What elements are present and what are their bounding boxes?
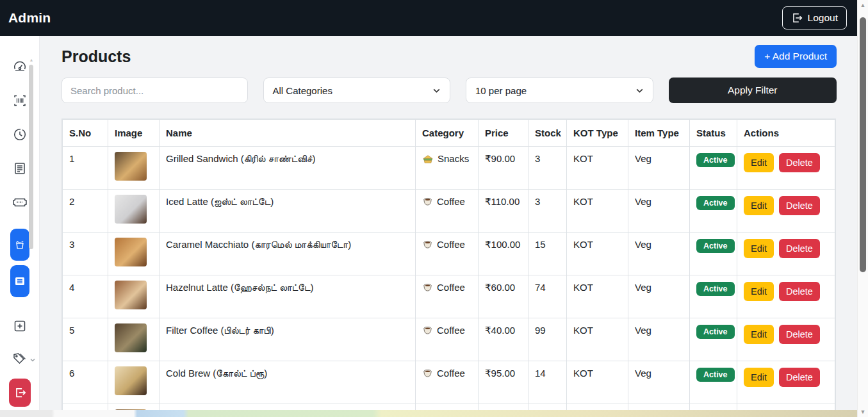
category-select[interactable]: All Categories: [263, 78, 451, 103]
cell-kot-type: KOT: [567, 361, 628, 404]
delete-button[interactable]: Delete: [779, 368, 820, 387]
status-badge: Active: [696, 153, 735, 167]
coffee-cup-icon: [422, 282, 433, 293]
edit-button[interactable]: Edit: [744, 239, 774, 258]
scroll-thumb[interactable]: [860, 17, 866, 272]
table-row: 1Grilled Sandwich (கிரில் சாண்ட்விச்)Sna…: [63, 147, 835, 190]
cell-image: [108, 147, 160, 190]
column-header-item-type: Item Type: [628, 120, 690, 147]
sidebar-item-logout[interactable]: [9, 379, 31, 407]
products-table-wrap: S.NoImageNameCategoryPriceStockKOT TypeI…: [61, 119, 836, 417]
cell-actions: EditDelete: [737, 147, 835, 190]
edit-button[interactable]: Edit: [744, 196, 774, 215]
cell-image: [108, 190, 160, 233]
table-header-row: S.NoImageNameCategoryPriceStockKOT TypeI…: [63, 120, 835, 147]
cell-name: Filter Coffee (பில்டர் காபி): [160, 318, 416, 361]
column-header-price: Price: [479, 120, 528, 147]
sidebar-scroll-thumb[interactable]: [29, 65, 33, 249]
cell-sno: 1: [63, 147, 108, 190]
coffee-cup-icon: [422, 196, 433, 207]
cell-actions: EditDelete: [737, 318, 835, 361]
sidebar-item-barcode-scan[interactable]: [12, 93, 28, 108]
cell-item-type: Veg: [628, 361, 690, 404]
sidebar-item-menu[interactable]: [10, 265, 29, 297]
cell-status: Active: [690, 361, 737, 404]
cell-sno: 5: [63, 318, 108, 361]
sidebar: ▲: [0, 36, 40, 417]
search-input[interactable]: [61, 78, 248, 103]
status-badge: Active: [696, 239, 735, 253]
sidebar-item-products[interactable]: [10, 229, 29, 261]
chevron-down-icon: [432, 86, 441, 95]
cell-name: Iced Latte (ஐஸ்ட் லாட்டே): [160, 190, 416, 233]
ticket-icon: [12, 195, 28, 209]
cell-category: Coffee: [416, 275, 479, 318]
cell-kot-type: KOT: [567, 233, 628, 275]
table-row: 4Hazelnut Latte (ஹேசல்நட் லாட்டே)Coffee₹…: [63, 275, 835, 318]
delete-button[interactable]: Delete: [779, 282, 820, 301]
per-page-select[interactable]: 10 per page: [466, 78, 653, 103]
cell-item-type: Veg: [628, 190, 690, 233]
cell-image: [108, 318, 160, 361]
sidebar-item-orders[interactable]: [12, 161, 28, 176]
products-table: S.NoImageNameCategoryPriceStockKOT TypeI…: [62, 119, 835, 417]
status-badge: Active: [696, 282, 735, 296]
sidebar-item-dashboard[interactable]: [12, 59, 28, 74]
sidebar-scroll-up-icon[interactable]: ▲: [29, 58, 34, 63]
sidebar-scrollbar[interactable]: ▲: [29, 58, 34, 255]
sidebar-item-add-new[interactable]: [12, 318, 28, 334]
cell-stock: 15: [528, 233, 567, 275]
delete-button[interactable]: Delete: [779, 153, 820, 172]
category-label: Coffee: [437, 368, 465, 379]
cell-price: ₹110.00: [479, 190, 528, 233]
per-page-select-value: 10 per page: [475, 85, 527, 96]
sidebar-item-tags[interactable]: [12, 352, 28, 366]
cell-actions: EditDelete: [737, 233, 835, 275]
sidebar-item-coupons[interactable]: [12, 195, 28, 210]
edit-button[interactable]: Edit: [744, 325, 774, 344]
tags-icon: [12, 352, 28, 366]
scroll-up-icon[interactable]: ▲: [858, 2, 868, 8]
speedometer-icon: [12, 59, 28, 74]
scroll-down-icon[interactable]: ▼: [858, 409, 868, 415]
delete-button[interactable]: Delete: [779, 239, 820, 258]
sandwich-icon: [422, 154, 434, 164]
delete-button[interactable]: Delete: [779, 196, 820, 215]
product-image: [115, 281, 147, 309]
page-scrollbar[interactable]: ▲ ▼: [857, 0, 868, 417]
edit-button[interactable]: Edit: [744, 368, 774, 387]
column-header-actions: Actions: [737, 120, 835, 147]
edit-button[interactable]: Edit: [744, 153, 774, 172]
apply-filter-button[interactable]: Apply Filter: [669, 78, 837, 103]
coffee-cup-icon: [422, 239, 433, 250]
cell-category: Coffee: [416, 318, 479, 361]
status-badge: Active: [696, 325, 735, 339]
barcode-icon: [12, 93, 28, 108]
cell-kot-type: KOT: [567, 147, 628, 190]
logout-button[interactable]: Logout: [782, 6, 847, 29]
background-window-strip: [0, 410, 857, 417]
cell-item-type: Veg: [628, 318, 690, 361]
cell-kot-type: KOT: [567, 318, 628, 361]
cell-price: ₹90.00: [479, 147, 528, 190]
edit-button[interactable]: Edit: [744, 282, 774, 301]
coffee-cup-icon: [422, 368, 433, 379]
delete-button[interactable]: Delete: [779, 325, 820, 344]
logout-door-icon: [13, 386, 26, 399]
cell-stock: 74: [528, 275, 567, 318]
content-area: Products + Add Product All Categories 10…: [40, 36, 857, 417]
category-label: Coffee: [437, 325, 465, 336]
column-header-stock: Stock: [528, 120, 567, 147]
add-product-button[interactable]: + Add Product: [755, 45, 837, 68]
sidebar-item-history[interactable]: [12, 127, 28, 142]
cell-price: ₹40.00: [479, 318, 528, 361]
cell-name: Caramel Macchiato (காரமெல் மாக்கியாடோ): [160, 233, 416, 275]
cell-actions: EditDelete: [737, 275, 835, 318]
product-image: [115, 152, 147, 181]
category-select-value: All Categories: [273, 85, 332, 96]
menu-list-icon: [13, 275, 26, 288]
cell-price: ₹60.00: [479, 275, 528, 318]
receipt-icon: [12, 161, 28, 176]
column-header-category: Category: [416, 120, 479, 147]
product-image: [115, 366, 147, 395]
